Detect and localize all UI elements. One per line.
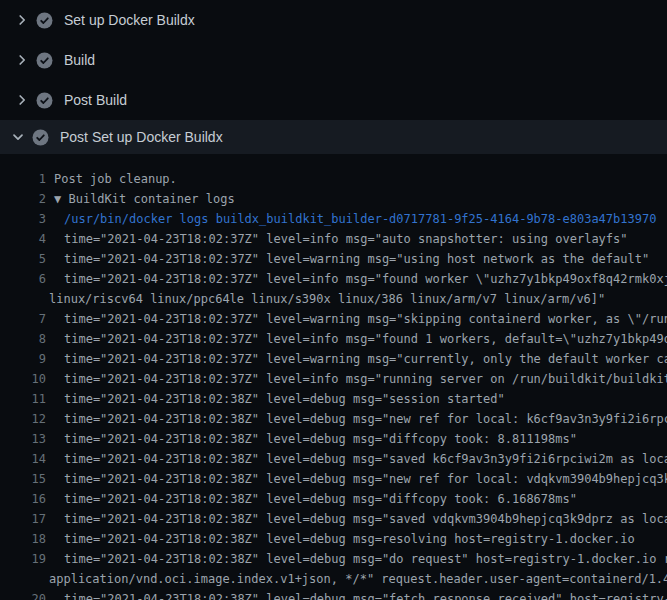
log-line: 14time="2021-04-23T18:02:38Z" level=debu… [0, 449, 667, 469]
log-text: Post job cleanup. [54, 169, 177, 189]
log-text: time="2021-04-23T18:02:37Z" level=warnin… [64, 309, 667, 329]
log-text: time="2021-04-23T18:02:37Z" level=info m… [64, 369, 667, 389]
log-text: time="2021-04-23T18:02:38Z" level=debug … [64, 509, 667, 529]
log-line: 7time="2021-04-23T18:02:37Z" level=warni… [0, 309, 667, 329]
log-line: 3/usr/bin/docker logs buildx_buildkit_bu… [0, 209, 667, 229]
chevron-right-icon[interactable] [14, 52, 30, 68]
line-number[interactable]: 10 [0, 369, 46, 389]
chevron-right-icon[interactable] [14, 92, 30, 108]
log-line: 20time="2021-04-23T18:02:38Z" level=debu… [0, 589, 667, 600]
log-line: 6time="2021-04-23T18:02:37Z" level=info … [0, 269, 667, 289]
log-text: time="2021-04-23T18:02:38Z" level=debug … [64, 389, 505, 409]
log-line-continuation: linux/riscv64 linux/ppc64le linux/s390x … [0, 289, 667, 309]
line-number[interactable]: 7 [0, 309, 46, 329]
group-toggle-icon[interactable]: ▼ [54, 192, 68, 206]
log-line: 12time="2021-04-23T18:02:38Z" level=debu… [0, 409, 667, 429]
log-line: 10time="2021-04-23T18:02:37Z" level=info… [0, 369, 667, 389]
line-number[interactable]: 8 [0, 329, 46, 349]
line-number[interactable]: 9 [0, 349, 46, 369]
log-text: time="2021-04-23T18:02:38Z" level=debug … [64, 429, 577, 449]
line-number[interactable]: 14 [0, 449, 46, 469]
log-area: 1Post job cleanup.2▼ BuildKit container … [0, 154, 667, 600]
line-number[interactable]: 20 [0, 589, 46, 600]
check-circle-icon [32, 129, 49, 146]
log-text: time="2021-04-23T18:02:37Z" level=info m… [64, 329, 667, 349]
log-text: time="2021-04-23T18:02:38Z" level=debug … [64, 529, 635, 549]
log-line: 18time="2021-04-23T18:02:38Z" level=debu… [0, 529, 667, 549]
log-text: time="2021-04-23T18:02:37Z" level=info m… [64, 269, 667, 289]
log-text: time="2021-04-23T18:02:38Z" level=debug … [64, 589, 667, 600]
step-row-post-build[interactable]: Post Build [0, 80, 667, 120]
log-line: 15time="2021-04-23T18:02:38Z" level=debu… [0, 469, 667, 489]
log-line: 11time="2021-04-23T18:02:38Z" level=debu… [0, 389, 667, 409]
check-circle-icon [36, 52, 53, 69]
log-text: time="2021-04-23T18:02:37Z" level=warnin… [64, 249, 649, 269]
line-number[interactable]: 16 [0, 489, 46, 509]
line-number[interactable]: 17 [0, 509, 46, 529]
log-line-continuation: application/vnd.oci.image.index.v1+json,… [0, 569, 667, 589]
line-number[interactable]: 1 [0, 169, 46, 189]
log-line: 4time="2021-04-23T18:02:37Z" level=info … [0, 229, 667, 249]
log-line: 8time="2021-04-23T18:02:37Z" level=info … [0, 329, 667, 349]
line-number[interactable]: 6 [0, 269, 46, 289]
log-line: 1Post job cleanup. [0, 169, 667, 189]
line-number[interactable]: 19 [0, 549, 46, 569]
check-circle-icon [36, 92, 53, 109]
step-label: Post Build [64, 92, 127, 108]
line-number[interactable]: 12 [0, 409, 46, 429]
line-number[interactable]: 13 [0, 429, 46, 449]
log-text: time="2021-04-23T18:02:38Z" level=debug … [64, 469, 667, 489]
chevron-down-icon[interactable] [10, 129, 26, 145]
log-text: linux/riscv64 linux/ppc64le linux/s390x … [49, 289, 605, 309]
log-line: 2▼ BuildKit container logs [0, 189, 667, 209]
log-line: 5time="2021-04-23T18:02:37Z" level=warni… [0, 249, 667, 269]
step-row-build[interactable]: Build [0, 40, 667, 80]
step-list: Set up Docker BuildxBuildPost BuildPost … [0, 0, 667, 154]
step-label: Post Set up Docker Buildx [60, 129, 223, 145]
log-text: time="2021-04-23T18:02:38Z" level=debug … [64, 409, 667, 429]
line-number[interactable]: 2 [0, 189, 46, 209]
log-line: 9time="2021-04-23T18:02:37Z" level=warni… [0, 349, 667, 369]
log-line: 13time="2021-04-23T18:02:38Z" level=debu… [0, 429, 667, 449]
log-line: 17time="2021-04-23T18:02:38Z" level=debu… [0, 509, 667, 529]
log-line: 19time="2021-04-23T18:02:38Z" level=debu… [0, 549, 667, 569]
log-text: time="2021-04-23T18:02:37Z" level=warnin… [64, 349, 667, 369]
step-row-set-up-docker-buildx[interactable]: Set up Docker Buildx [0, 0, 667, 40]
actions-log-viewer: Set up Docker BuildxBuildPost BuildPost … [0, 0, 667, 600]
check-circle-icon [36, 12, 53, 29]
log-line: 16time="2021-04-23T18:02:38Z" level=debu… [0, 489, 667, 509]
line-number[interactable]: 15 [0, 469, 46, 489]
line-number[interactable]: 5 [0, 249, 46, 269]
line-number[interactable]: 11 [0, 389, 46, 409]
log-text: time="2021-04-23T18:02:38Z" level=debug … [64, 449, 667, 469]
line-number [0, 289, 46, 309]
log-text: time="2021-04-23T18:02:37Z" level=info m… [64, 229, 628, 249]
log-text: time="2021-04-23T18:02:38Z" level=debug … [64, 489, 577, 509]
log-text[interactable]: ▼ BuildKit container logs [54, 189, 235, 209]
line-number [0, 569, 46, 589]
step-row-post-set-up-docker-buildx[interactable]: Post Set up Docker Buildx [0, 120, 667, 154]
log-text: application/vnd.oci.image.index.v1+json,… [49, 569, 667, 589]
step-label: Build [64, 52, 95, 68]
line-number[interactable]: 18 [0, 529, 46, 549]
group-title: BuildKit container logs [68, 192, 234, 206]
line-number[interactable]: 3 [0, 209, 46, 229]
step-label: Set up Docker Buildx [64, 12, 195, 28]
command-text: /usr/bin/docker logs buildx_buildkit_bui… [64, 209, 656, 229]
log-text: time="2021-04-23T18:02:38Z" level=debug … [64, 549, 667, 569]
chevron-right-icon[interactable] [14, 12, 30, 28]
line-number[interactable]: 4 [0, 229, 46, 249]
